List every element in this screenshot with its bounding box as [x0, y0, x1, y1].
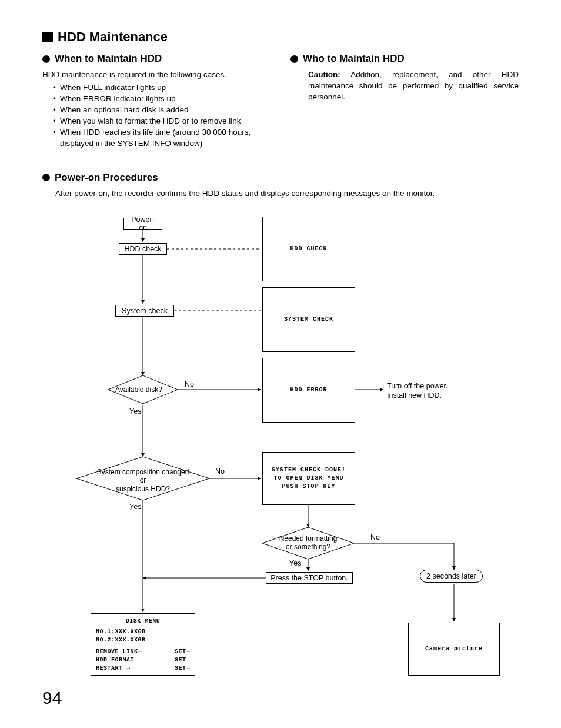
screen-disk-menu: DISK MENU NO.1:XXX.XXGB NO.2:XXX.XXGB RE… — [91, 613, 195, 676]
diamond-available-disk: Available disk? — [115, 385, 162, 394]
title-square-icon — [42, 32, 53, 42]
list-item: When ERROR indicator lights up — [53, 94, 271, 105]
screen-camera: Camera picture — [408, 623, 500, 676]
screen-system-check: SYSTEM CHECK — [262, 287, 355, 352]
diamond-needed-formatting: Needed formatting or something? — [276, 534, 340, 551]
power-intro: After power-on, the recorder confirms th… — [55, 188, 519, 199]
label-turn-off: Turn off the power. Install new HDD. — [387, 381, 448, 401]
label-yes: Yes — [289, 559, 301, 567]
label-yes: Yes — [129, 407, 141, 415]
who-caution: Caution: Addition, replacement, and othe… — [308, 69, 519, 103]
caution-label: Caution: — [308, 70, 340, 79]
bullet-icon — [42, 174, 50, 181]
when-list: When FULL indicator lights up When ERROR… — [53, 82, 271, 149]
two-column-layout: When to Maintain HDD HDD maintenance is … — [42, 53, 519, 149]
power-heading-text: Power-on Procedures — [55, 172, 158, 184]
screen-hdd-check: HDD CHECK — [262, 217, 355, 281]
when-heading-text: When to Maintain HDD — [55, 53, 162, 65]
flowchart: Power-on HDD check System check HDD CHEC… — [42, 205, 519, 687]
label-yes: Yes — [129, 503, 141, 511]
node-press-stop: Press the STOP button. — [266, 572, 353, 584]
who-heading-text: Who to Maintain HDD — [303, 53, 405, 65]
node-system-check: System check — [115, 305, 174, 317]
screen-system-done: SYSTEM CHECK DONE! TO OPEN DISK MENU PUS… — [262, 452, 355, 505]
node-power-on: Power-on — [123, 218, 162, 230]
list-item: When FULL indicator lights up — [53, 82, 271, 94]
title-text: HDD Maintenance — [58, 29, 168, 45]
diamond-sys-composition: System composition changed or suspicious… — [94, 468, 192, 493]
node-hdd-check: HDD check — [119, 243, 167, 255]
list-item: When HDD reaches its life time (around 3… — [53, 127, 271, 149]
when-heading: When to Maintain HDD — [42, 53, 271, 65]
label-no: No — [370, 533, 380, 541]
list-item: When you wish to format the HDD or to re… — [53, 116, 271, 127]
bullet-icon — [42, 55, 50, 63]
label-no: No — [215, 467, 225, 476]
list-item: When an optional hard disk is added — [53, 105, 271, 116]
power-heading: Power-on Procedures — [42, 172, 519, 184]
who-heading: Who to Maintain HDD — [290, 53, 519, 65]
bullet-icon — [290, 55, 298, 63]
label-no: No — [185, 380, 194, 388]
node-two-seconds: 2 seconds later — [420, 570, 483, 583]
when-intro: HDD maintenance is required in the follo… — [42, 69, 271, 80]
power-on-section: Power-on Procedures After power-on, the … — [42, 172, 519, 687]
screen-hdd-error: HDD ERROR — [262, 358, 355, 423]
page-title: HDD Maintenance — [42, 29, 519, 45]
page-number: 94 — [42, 688, 62, 708]
right-column: Who to Maintain HDD Caution: Addition, r… — [290, 53, 519, 149]
left-column: When to Maintain HDD HDD maintenance is … — [42, 53, 271, 149]
